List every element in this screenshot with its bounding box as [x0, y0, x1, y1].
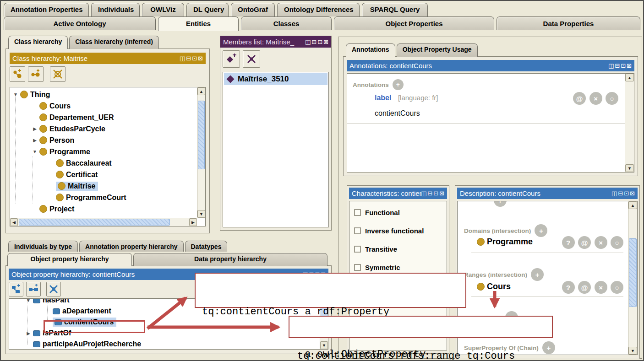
tab-individuals-by-type[interactable]: Individuals by type — [8, 241, 78, 252]
add-subclass-button[interactable] — [10, 66, 25, 82]
checkbox[interactable] — [354, 264, 361, 271]
characteristic-symmetric[interactable]: Symmetric — [354, 263, 400, 272]
tab-object-property-hierarchy[interactable]: Object property hierarchy — [7, 253, 132, 266]
add-sibling-property-button[interactable] — [26, 282, 41, 296]
tab-data-properties[interactable]: Data Properties — [497, 16, 640, 30]
tab-object-properties[interactable]: Object Properties — [334, 16, 494, 30]
add-sibling-class-button[interactable] — [28, 66, 44, 82]
tab-class-hierarchy-inferred[interactable]: Class hierarchy (inferred) — [69, 36, 159, 49]
tab-sparql-query[interactable]: SPARQL Query — [362, 3, 428, 16]
tab-active-ontology[interactable]: Active Ontology — [4, 16, 156, 30]
float-icon[interactable]: ⊡ — [621, 63, 626, 69]
scroll-down-icon[interactable]: ▼ — [628, 347, 637, 355]
close-icon[interactable]: ⊠ — [630, 190, 635, 196]
tree-item-programmecourt[interactable]: ProgrammeCourt — [10, 192, 197, 203]
split-view-icon[interactable]: ◫ — [608, 63, 614, 69]
characteristic-transitive[interactable]: Transitive — [354, 244, 397, 253]
tab-owlviz[interactable]: OWLViz — [142, 3, 184, 16]
tab-class-hierarchy[interactable]: Class hierarchy — [8, 36, 68, 49]
tree-item-project[interactable]: Project — [10, 203, 197, 215]
edit-icon[interactable]: ○ — [611, 236, 623, 249]
tree-item-thing[interactable]: ▼ Thing — [10, 89, 197, 100]
range-row[interactable]: Cours — [477, 282, 511, 291]
tab-dl-query[interactable]: DL Query — [186, 3, 229, 16]
tree-item-departement-uer[interactable]: Departement_UER — [10, 112, 197, 123]
delete-property-button[interactable] — [46, 282, 61, 296]
collapse-icon[interactable]: ▼ — [24, 299, 33, 303]
vertical-scrollbar[interactable]: ▲ ▼ — [628, 201, 637, 355]
tree-item-cours[interactable]: Cours — [10, 100, 197, 112]
add-annotation-icon[interactable]: + — [393, 79, 404, 90]
domain-row[interactable]: Programme — [477, 237, 533, 247]
scroll-up-icon[interactable]: ▲ — [625, 74, 634, 81]
scroll-down-icon[interactable]: ▼ — [197, 210, 205, 218]
delete-individual-button[interactable] — [243, 50, 260, 68]
annotate-icon[interactable]: @ — [578, 281, 591, 294]
split-view-icon[interactable]: ◫ — [611, 190, 617, 196]
annotate-icon[interactable]: @ — [578, 236, 591, 249]
characteristic-functional[interactable]: Functional — [354, 208, 400, 217]
minimize-icon[interactable]: ⊟ — [615, 63, 620, 69]
vertical-scrollbar[interactable]: ▲ ▼ — [197, 87, 205, 218]
tree-item-programme[interactable]: ▼ Programme — [10, 146, 197, 157]
float-icon[interactable]: ⊡ — [192, 55, 197, 61]
checkbox[interactable] — [354, 227, 361, 234]
delete-icon[interactable]: × — [595, 281, 607, 294]
expand-icon[interactable]: ▶ — [30, 138, 39, 143]
tab-data-property-hierarchy[interactable]: Data property hierarchy — [133, 253, 327, 266]
collapse-icon[interactable]: ▼ — [11, 92, 20, 97]
float-icon[interactable]: ⊡ — [624, 190, 629, 196]
tab-annotation-property-hierarchy[interactable]: Annotation property hierarchy — [79, 241, 183, 252]
tree-item-baccalaureat[interactable]: Baccalaureat — [10, 157, 197, 169]
tab-ontology-differences[interactable]: Ontology Differences — [277, 3, 360, 16]
minimize-icon[interactable]: ⊟ — [311, 39, 317, 45]
delete-icon[interactable]: × — [595, 236, 607, 249]
horizontal-scrollbar[interactable]: ◀ ▶ — [10, 218, 197, 226]
tab-ontograf[interactable]: OntoGraf — [231, 3, 275, 16]
tab-individuals[interactable]: Individuals — [91, 3, 140, 16]
edit-icon[interactable]: ○ — [611, 281, 623, 294]
add-domain-icon[interactable]: + — [535, 224, 547, 237]
tab-entities[interactable]: Entities — [158, 16, 239, 31]
minimize-icon[interactable]: ⊟ — [427, 190, 432, 196]
close-icon[interactable]: ⊠ — [198, 55, 203, 61]
characteristic-inverse-functional[interactable]: Inverse functional — [354, 226, 424, 235]
float-icon[interactable]: ⊡ — [317, 39, 322, 45]
close-icon[interactable]: ⊠ — [323, 39, 328, 45]
tab-annotation-properties[interactable]: Annotation Properties — [4, 3, 89, 16]
scroll-down-icon[interactable]: ▼ — [625, 164, 634, 172]
add-icon[interactable]: + — [494, 201, 507, 207]
tab-object-property-usage[interactable]: Object Property Usage — [397, 43, 478, 57]
expand-icon[interactable]: ▶ — [24, 331, 33, 336]
scroll-thumb[interactable] — [198, 101, 205, 169]
annotate-icon[interactable]: @ — [573, 92, 586, 105]
scroll-thumb[interactable] — [629, 238, 637, 307]
split-view-icon[interactable]: ◫ — [421, 190, 426, 196]
checkbox[interactable] — [354, 209, 361, 216]
close-icon[interactable]: ⊠ — [439, 190, 444, 196]
split-view-icon[interactable]: ◫ — [305, 39, 311, 45]
split-view-icon[interactable]: ◫ — [180, 55, 185, 61]
scroll-up-icon[interactable]: ▲ — [628, 201, 637, 209]
tree-item-certificat[interactable]: Certificat — [10, 169, 197, 180]
float-icon[interactable]: ⊡ — [433, 190, 438, 196]
tab-classes[interactable]: Classes — [241, 16, 332, 30]
tree-item-person[interactable]: ▶ Person — [10, 135, 197, 146]
tab-annotations[interactable]: Annotations — [346, 43, 395, 57]
add-individual-button[interactable] — [223, 50, 240, 68]
delete-annotation-icon[interactable]: × — [589, 92, 602, 105]
scroll-thumb[interactable] — [19, 219, 170, 226]
member-item-maitrise-3510[interactable]: Maîtrise_3510 — [224, 73, 327, 85]
scroll-up-icon[interactable]: ▲ — [197, 87, 205, 95]
explain-icon[interactable]: ? — [562, 281, 575, 294]
collapse-icon[interactable]: ▼ — [30, 149, 39, 154]
vertical-scrollbar[interactable]: ▲ ▼ — [625, 74, 634, 172]
add-subproperty-button[interactable] — [9, 282, 23, 296]
delete-class-button[interactable] — [50, 66, 65, 82]
minimize-icon[interactable]: ⊟ — [186, 55, 191, 61]
scroll-left-icon[interactable]: ◀ — [10, 218, 18, 226]
edit-annotation-icon[interactable]: ○ — [606, 92, 618, 105]
checkbox[interactable] — [354, 246, 361, 253]
expand-icon[interactable]: ▶ — [30, 126, 39, 131]
explain-icon[interactable]: ? — [562, 236, 575, 249]
